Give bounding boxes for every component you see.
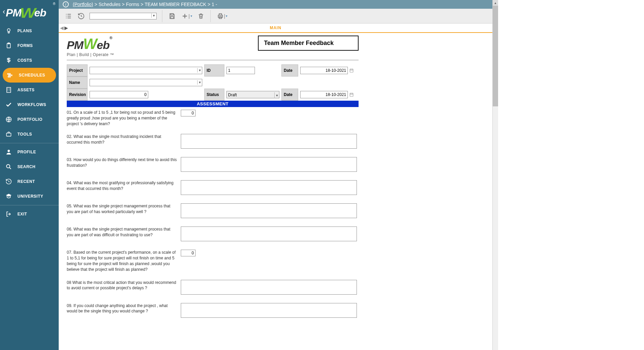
question-text-input[interactable] xyxy=(181,227,357,241)
svg-rect-4 xyxy=(9,75,12,76)
question-row: 04. What was the most gratifying or prof… xyxy=(67,180,359,196)
tab-prev-icon[interactable]: ◀ xyxy=(60,25,64,31)
nav-label: PORTFOLIO xyxy=(17,117,43,122)
sidebar-item-university[interactable]: UNIVERSITY xyxy=(0,189,59,204)
date2-input[interactable] xyxy=(300,91,348,98)
page-scrollbar[interactable]: ▲ xyxy=(492,0,498,350)
delete-icon[interactable] xyxy=(196,11,206,21)
sidebar-item-forms[interactable]: FORMS xyxy=(0,38,59,53)
label-date: Date xyxy=(281,64,298,77)
question-text-input[interactable] xyxy=(181,134,357,149)
nav-label: SCHEDULES xyxy=(19,73,45,78)
svg-rect-3 xyxy=(8,73,10,74)
svg-point-0 xyxy=(7,29,10,31)
sidebar-item-plans[interactable]: PLANS xyxy=(0,23,59,38)
sidebar-item-portfolio[interactable]: PORTFOLIO xyxy=(0,112,59,127)
svg-rect-17 xyxy=(350,93,353,96)
clipboard-icon xyxy=(5,42,13,50)
nav-label: UNIVERSITY xyxy=(17,194,43,199)
info-icon[interactable]: i xyxy=(63,1,69,7)
person-icon xyxy=(5,148,13,156)
scroll-thumb[interactable] xyxy=(493,6,498,106)
schedules-icon xyxy=(6,71,14,79)
svg-rect-5 xyxy=(8,76,10,77)
date1-input[interactable] xyxy=(300,67,348,74)
building-icon xyxy=(5,86,13,94)
question-text-input[interactable] xyxy=(181,157,357,172)
sidebar-item-workflows[interactable]: WORKFLOWS xyxy=(0,97,59,112)
nav-label: EXIT xyxy=(17,212,27,216)
question-number-input[interactable] xyxy=(181,250,196,256)
add-icon[interactable]: |▾ xyxy=(179,11,194,21)
sidebar-item-assets[interactable]: ASSETS xyxy=(0,83,59,97)
breadcrumb-part[interactable]: Forms xyxy=(126,2,139,7)
sidebar-item-exit[interactable]: EXIT xyxy=(0,207,59,221)
svg-rect-11 xyxy=(171,13,173,15)
tab-main[interactable]: MAIN xyxy=(270,26,281,30)
svg-rect-12 xyxy=(171,16,173,18)
print-icon[interactable]: |▾ xyxy=(215,11,230,21)
tab-strip: ◀ ▶ MAIN xyxy=(59,23,492,33)
svg-rect-6 xyxy=(7,88,11,93)
toolbar-dropdown[interactable] xyxy=(90,13,157,19)
calendar-icon[interactable] xyxy=(349,92,354,97)
question-number-input[interactable] xyxy=(181,110,196,116)
history-icon xyxy=(5,178,13,186)
label-project: Project xyxy=(67,64,88,77)
save-icon[interactable] xyxy=(166,11,178,21)
exit-icon xyxy=(5,210,13,218)
label-id: ID xyxy=(204,64,224,77)
nav-divider xyxy=(0,143,59,143)
breadcrumb-part[interactable]: TEAM MEMBER FEEDBACK xyxy=(145,2,206,7)
history-icon[interactable] xyxy=(75,11,87,21)
question-text-input[interactable] xyxy=(181,203,357,218)
registered-mark: ® xyxy=(53,2,55,6)
list-icon[interactable] xyxy=(63,11,74,21)
question-text: 01. On a scale of 1 to 5 ,1 for being no… xyxy=(67,110,181,127)
dollar-icon xyxy=(5,56,13,64)
question-row: 08 What is the most critical action that… xyxy=(67,280,359,296)
svg-rect-8 xyxy=(6,133,11,136)
sidebar-item-schedules[interactable]: SCHEDULES xyxy=(3,68,56,83)
scroll-up-icon[interactable]: ▲ xyxy=(493,0,498,6)
project-select[interactable] xyxy=(90,67,202,74)
question-row: 07. Based on the current project's perfo… xyxy=(67,250,359,272)
svg-rect-16 xyxy=(350,69,353,72)
question-text: 02. What was the single most frustrating… xyxy=(67,134,181,145)
toolbar-divider xyxy=(162,10,162,22)
id-input[interactable] xyxy=(226,67,255,74)
label-status: Status xyxy=(204,89,224,101)
app-logo[interactable]: ‹ PMWeb ® xyxy=(0,0,59,23)
question-row: 09. If you could change anything about t… xyxy=(67,303,359,319)
tab-next-icon[interactable]: ▶ xyxy=(64,25,68,31)
breadcrumb-portfolio[interactable]: (Portfolio) xyxy=(73,2,93,7)
globe-icon xyxy=(5,115,13,123)
nav-label: COSTS xyxy=(17,58,32,63)
sidebar-item-recent[interactable]: RECENT xyxy=(0,174,59,189)
graduation-icon xyxy=(5,192,13,200)
status-select[interactable]: Draft xyxy=(226,91,279,98)
question-row: 01. On a scale of 1 to 5 ,1 for being no… xyxy=(67,110,359,127)
name-select[interactable] xyxy=(90,79,202,86)
sidebar-item-profile[interactable]: PROFILE xyxy=(0,145,59,159)
form-content: PMWeb® Plan | Build | Operate ™ Team Mem… xyxy=(59,33,492,350)
question-text-input[interactable] xyxy=(181,180,357,195)
svg-rect-15 xyxy=(219,16,221,18)
question-text-input[interactable] xyxy=(181,303,357,318)
briefcase-icon xyxy=(5,130,13,138)
form-logo: PMWeb® Plan | Build | Operate ™ xyxy=(67,36,114,57)
sidebar-item-search[interactable]: SEARCH xyxy=(0,159,59,174)
revision-input[interactable] xyxy=(90,91,148,98)
question-text: 09. If you could change anything about t… xyxy=(67,303,181,314)
calendar-icon[interactable] xyxy=(349,68,354,73)
sidebar-item-costs[interactable]: COSTS xyxy=(0,53,59,68)
search-icon xyxy=(5,163,13,171)
question-text-input[interactable] xyxy=(181,280,357,295)
nav-divider xyxy=(0,205,59,205)
svg-point-10 xyxy=(6,164,10,168)
sidebar-item-tools[interactable]: TOOLS xyxy=(0,127,59,142)
lightbulb-icon xyxy=(5,27,13,35)
breadcrumb-part[interactable]: Schedules xyxy=(99,2,120,7)
question-row: 06. What was the single project manageme… xyxy=(67,227,359,242)
question-text: 04. What was the most gratifying or prof… xyxy=(67,180,181,192)
